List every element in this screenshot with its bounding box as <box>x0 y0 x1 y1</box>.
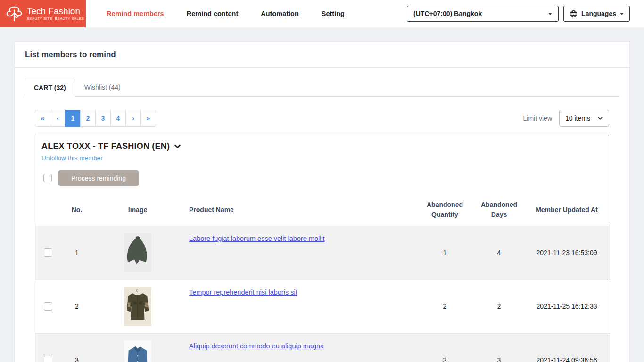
row-member-updated-at: 2021-11-25 16:12:33 <box>524 280 610 333</box>
brand-tagline: BEAUTY SITE, BEAUTY SALES <box>27 16 84 21</box>
main-nav: Remind members Remind content Automation… <box>95 0 356 27</box>
col-header-abandoned-quantity: Abandoned Quantity <box>415 194 474 226</box>
pagination: « ‹ 1 2 3 4 › » <box>35 110 156 127</box>
nav-item-setting[interactable]: Setting <box>310 0 356 27</box>
pagination-next-button[interactable]: › <box>125 110 141 127</box>
limit-view: Limit view 10 items <box>523 110 609 127</box>
pagination-last-button[interactable]: » <box>140 110 156 127</box>
table-row: 3 <box>35 333 610 362</box>
col-header-abandoned-days: Abandoned Days <box>474 194 524 226</box>
nav-item-remind-content[interactable]: Remind content <box>175 0 250 27</box>
col-header-no: No. <box>61 194 93 226</box>
pagination-page-2[interactable]: 2 <box>80 110 96 127</box>
process-reminding-checkbox[interactable] <box>43 174 52 182</box>
product-name-link[interactable]: Labore fugiat laborum esse velit labore … <box>189 235 325 242</box>
page-title: List members to remind <box>15 42 629 68</box>
olive-jacket-product-image <box>124 286 151 327</box>
row-abandoned-days: 4 <box>474 226 524 280</box>
process-reminding-row: Process reminding <box>41 170 599 186</box>
pagination-page-4[interactable]: 4 <box>110 110 126 127</box>
member-box: ALEX TOXX - TF FASHION (EN) Unfollow thi… <box>35 135 609 362</box>
col-header-member-updated-at: Member Updated At <box>524 194 610 226</box>
row-checkbox[interactable] <box>44 248 52 257</box>
caret-down-icon <box>620 13 624 15</box>
pagination-first-button[interactable]: « <box>35 110 50 127</box>
languages-button[interactable]: Languages <box>563 6 630 22</box>
caret-down-icon <box>548 13 552 15</box>
chevron-down-icon <box>174 143 181 150</box>
row-no: 3 <box>61 333 93 362</box>
select-column-header <box>35 194 61 226</box>
timezone-select[interactable]: (UTC+07:00) Bangkok <box>407 6 559 22</box>
member-header: ALEX TOXX - TF FASHION (EN) Unfollow thi… <box>35 135 609 186</box>
tab-content: « ‹ 1 2 3 4 › » Limit view 10 items <box>25 97 619 362</box>
row-checkbox[interactable] <box>44 356 52 362</box>
unfollow-member-link[interactable]: Unfollow this member <box>41 155 103 162</box>
brand-text: Tech Fashion BEAUTY SITE, BEAUTY SALES <box>27 7 84 21</box>
table-row: 1 Labore fugiat laborum esse velit labor… <box>35 226 610 280</box>
brand-logo[interactable]: Tech Fashion BEAUTY SITE, BEAUTY SALES <box>0 0 86 27</box>
header-right: (UTC+07:00) Bangkok Languages <box>407 6 644 22</box>
member-name-toggle[interactable]: ALEX TOXX - TF FASHION (EN) <box>41 141 599 151</box>
limit-view-select[interactable]: 10 items <box>559 110 609 127</box>
pagination-prev-button[interactable]: ‹ <box>50 110 66 127</box>
denim-shirt-product-image <box>124 340 151 362</box>
row-member-updated-at: 2021-11-23 16:53:09 <box>524 226 610 280</box>
row-no: 2 <box>61 280 93 333</box>
row-no: 1 <box>61 226 93 280</box>
cart-wishlist-tabs: CART (32) Wishlist (44) <box>25 79 619 97</box>
row-checkbox[interactable] <box>44 302 52 311</box>
limit-view-label: Limit view <box>523 115 552 122</box>
tab-wishlist[interactable]: Wishlist (44) <box>75 79 130 96</box>
table-header-row: No. Image Product Name Abandoned Quantit… <box>35 194 610 226</box>
green-poncho-product-image <box>124 232 151 273</box>
tab-cart[interactable]: CART (32) <box>25 79 75 97</box>
list-toolbar: « ‹ 1 2 3 4 › » Limit view 10 items <box>35 110 609 127</box>
brand-name: Tech Fashion <box>27 7 84 16</box>
member-name: ALEX TOXX - TF FASHION (EN) <box>41 141 170 151</box>
col-header-image: Image <box>93 194 182 226</box>
row-abandoned-days: 2 <box>474 280 524 333</box>
card-body: CART (32) Wishlist (44) « ‹ 1 2 3 4 › » <box>15 68 629 362</box>
members-card: List members to remind CART (32) Wishlis… <box>14 41 630 362</box>
row-abandoned-quantity: 1 <box>415 226 474 280</box>
product-name-link[interactable]: Tempor reprehenderit nisi laboris sit <box>189 288 297 296</box>
table-row: 2 <box>35 280 610 333</box>
product-name-link[interactable]: Aliquip deserunt commodo eu aliquip magn… <box>189 342 324 350</box>
languages-label: Languages <box>581 10 616 17</box>
process-reminding-button[interactable]: Process reminding <box>58 170 139 186</box>
row-abandoned-days: 3 <box>474 333 524 362</box>
limit-view-selected-value: 10 items <box>565 115 590 122</box>
abandoned-products-table: No. Image Product Name Abandoned Quantit… <box>35 194 610 362</box>
globe-icon <box>570 10 578 18</box>
pagination-page-3[interactable]: 3 <box>95 110 111 127</box>
top-bar: Tech Fashion BEAUTY SITE, BEAUTY SALES R… <box>0 0 644 27</box>
brand-logo-icon <box>5 4 24 23</box>
page-content: List members to remind CART (32) Wishlis… <box>0 27 644 362</box>
nav-item-automation[interactable]: Automation <box>249 0 310 27</box>
pagination-page-1[interactable]: 1 <box>65 110 81 127</box>
nav-item-remind-members[interactable]: Remind members <box>95 0 175 27</box>
timezone-selected-value: (UTC+07:00) Bangkok <box>413 10 482 17</box>
chevron-down-icon <box>597 115 603 121</box>
col-header-product-name: Product Name <box>182 194 415 226</box>
row-abandoned-quantity: 3 <box>415 333 474 362</box>
row-member-updated-at: 2021-11-24 09:36:56 <box>524 333 610 362</box>
row-abandoned-quantity: 2 <box>415 280 474 333</box>
